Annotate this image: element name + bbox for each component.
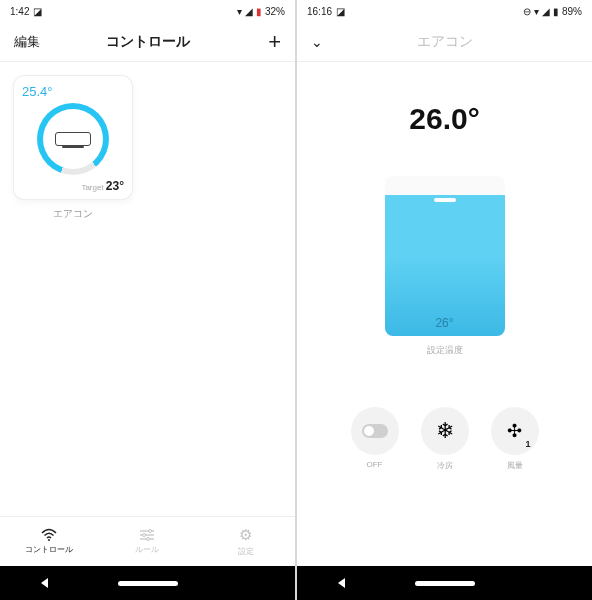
signal-icon: ◢ [542, 6, 550, 17]
battery-icon: ▮ [553, 6, 559, 17]
fan-control[interactable]: ✣ 1 風量 [491, 407, 539, 471]
control-label: OFF [367, 460, 383, 469]
nav-back-icon[interactable] [338, 578, 345, 588]
tab-bar: コントロール ルール ⚙ 設定 [0, 516, 295, 566]
sliders-icon [139, 528, 155, 542]
power-control[interactable]: OFF [351, 407, 399, 471]
status-bar: 1:42 ◪ ▾ ◢ ▮ 32% [0, 0, 295, 22]
slider-handle[interactable] [434, 198, 456, 202]
tab-rules[interactable]: ルール [98, 517, 196, 566]
edit-button[interactable]: 編集 [14, 33, 54, 51]
toggle-button[interactable] [351, 407, 399, 455]
tab-settings[interactable]: ⚙ 設定 [197, 517, 295, 566]
status-battery: 89% [562, 6, 582, 17]
page-title: コントロール [54, 33, 241, 51]
status-battery: 32% [265, 6, 285, 17]
mode-control[interactable]: ❄ 冷房 [421, 407, 469, 471]
svg-point-5 [143, 534, 146, 537]
chevron-down-icon[interactable]: ⌄ [311, 34, 323, 50]
page-title: エアコン [351, 33, 538, 51]
wifi-icon [41, 528, 57, 542]
controls-row: OFF ❄ 冷房 ✣ 1 風量 [351, 407, 539, 471]
device-card-aircon[interactable]: 25.4° Target 23° [14, 76, 132, 199]
dnd-icon: ⊖ [523, 6, 531, 17]
svg-point-6 [147, 538, 150, 541]
target-label: Target [81, 183, 103, 192]
mode-button[interactable]: ❄ [421, 407, 469, 455]
phone-left: 1:42 ◪ ▾ ◢ ▮ 32% 編集 コントロール + 25.4° [0, 0, 295, 600]
wifi-icon: ▾ [237, 6, 242, 17]
nav-home-icon[interactable] [415, 581, 475, 586]
tab-label: 設定 [238, 546, 254, 557]
nav-back-icon[interactable] [41, 578, 48, 588]
temp-ring [37, 103, 109, 175]
device-name: エアコン [14, 207, 132, 221]
tab-label: コントロール [25, 544, 73, 555]
slider-caption: 設定温度 [427, 344, 463, 357]
target-value: 23° [106, 179, 124, 193]
fan-button[interactable]: ✣ 1 [491, 407, 539, 455]
device-grid: 25.4° Target 23° エアコン [0, 62, 295, 235]
app-header: ⌄ エアコン [297, 22, 592, 62]
current-temp: 25.4° [22, 84, 124, 99]
slider-value: 26° [435, 316, 453, 330]
app-icon: ◪ [336, 6, 345, 17]
aircon-icon [55, 132, 91, 146]
app-header: 編集 コントロール + [0, 22, 295, 62]
svg-point-0 [48, 539, 50, 541]
status-time: 1:42 [10, 6, 29, 17]
status-bar: 16:16 ◪ ⊖ ▾ ◢ ▮ 89% [297, 0, 592, 22]
snowflake-icon: ❄ [436, 418, 454, 444]
wifi-icon: ▾ [534, 6, 539, 17]
android-nav-bar [0, 566, 295, 600]
current-temp-display: 26.0° [409, 102, 479, 136]
svg-point-4 [149, 530, 152, 533]
phone-right: 16:16 ◪ ⊖ ▾ ◢ ▮ 89% ⌄ エアコン 26.0° 26° 設定温… [297, 0, 592, 600]
control-label: 冷房 [437, 460, 453, 471]
aircon-main: 26.0° 26° 設定温度 OFF ❄ 冷房 ✣ 1 [297, 62, 592, 566]
signal-icon: ◢ [245, 6, 253, 17]
gear-icon: ⚙ [239, 526, 252, 544]
nav-home-icon[interactable] [118, 581, 178, 586]
status-time: 16:16 [307, 6, 332, 17]
battery-icon: ▮ [256, 6, 262, 17]
android-nav-bar [297, 566, 592, 600]
tab-label: ルール [135, 544, 159, 555]
plus-icon[interactable]: + [268, 29, 281, 54]
control-label: 風量 [507, 460, 523, 471]
calendar-icon: ◪ [33, 6, 42, 17]
fan-icon: ✣ [507, 420, 522, 442]
tab-control[interactable]: コントロール [0, 517, 98, 566]
toggle-icon [362, 424, 388, 438]
fan-level-badge: 1 [525, 439, 530, 449]
temp-slider[interactable]: 26° [385, 176, 505, 336]
